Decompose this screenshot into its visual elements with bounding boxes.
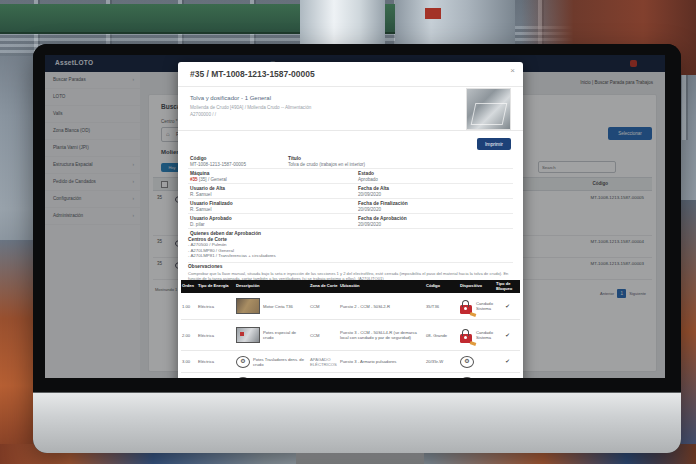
- divider: [178, 130, 523, 131]
- machine-code-path: A2700000 / /: [190, 112, 216, 117]
- close-icon[interactable]: ×: [510, 66, 515, 75]
- gear-icon: ⚙: [460, 356, 474, 368]
- check-icon: ✔: [495, 359, 520, 364]
- loto-step-row[interactable]: 4.00 Residual / General ⚙Purga General P…: [181, 373, 520, 378]
- field-row: Usuario de Alta R. Samuel Fecha de Alta …: [188, 184, 513, 199]
- check-icon: ✔: [495, 304, 520, 309]
- gear-icon: ⚙: [236, 377, 250, 378]
- loto-step-row[interactable]: 2.00 Eléctrica Potes especial de crudo C…: [181, 320, 520, 351]
- gear-icon: ⚙: [460, 377, 474, 378]
- field-grid: Código MT-1008-1213-1587-00005 Título To…: [178, 154, 523, 242]
- plant-red-container: [425, 8, 441, 19]
- gear-icon: ⚙: [236, 356, 250, 368]
- step-photo-thumbnail[interactable]: [236, 298, 260, 314]
- centro-item: - A270LMP81 / Transferencias + circulado…: [188, 253, 513, 259]
- machine-number-badge: #35: [190, 177, 198, 182]
- monitor-screen: AssetLOTO ≡ Buscar Paradas› LOTO Valls Z…: [45, 55, 665, 378]
- scene: AssetLOTO ≡ Buscar Paradas› LOTO Valls Z…: [0, 0, 696, 464]
- machine-photo[interactable]: [466, 88, 511, 130]
- modal-header: #35 / MT-1008-1213-1587-00005 ×: [178, 62, 523, 87]
- loto-detail-modal: #35 / MT-1008-1213-1587-00005 × Tolva y …: [178, 62, 523, 378]
- padlock-tag: [470, 312, 477, 317]
- red-padlock-icon: [460, 305, 472, 314]
- observaciones: Observaciones Comprobar que la llave man…: [188, 264, 517, 281]
- monitor: AssetLOTO ≡ Buscar Paradas› LOTO Valls Z…: [33, 44, 681, 453]
- monitor-chin: [33, 392, 681, 453]
- loto-steps-table: Orden Tipo de Energía Descripción Zona d…: [181, 280, 520, 378]
- imprimir-button[interactable]: Imprimir: [477, 138, 511, 150]
- modal-title: #35 / MT-1008-1213-1587-00005: [190, 69, 315, 79]
- field-row: Máquina #35 [35] / General Estado Aproba…: [188, 169, 513, 184]
- machine-name-link[interactable]: Tolva y dosificador - 1 General: [190, 95, 271, 101]
- maquina-value: #35 [35] / General: [190, 177, 227, 182]
- field-row: Usuario Finalizado R. Samuel Fecha de Fi…: [188, 199, 513, 214]
- check-icon: ✔: [495, 333, 520, 338]
- machine-path: Molienda de Crudo [490A] / Molienda Crud…: [190, 105, 311, 110]
- plant-right-scaffolding: [680, 200, 696, 464]
- centros-de-corte: Centros de Corte - A270500 / Pulmón - A2…: [188, 237, 513, 263]
- red-padlock-icon: [460, 334, 472, 343]
- loto-step-row[interactable]: 1.00 Eléctrica Motor Cinta T36 CCM Puest…: [181, 293, 520, 320]
- padlock-tag: [470, 341, 477, 346]
- loto-table-header: Orden Tipo de Energía Descripción Zona d…: [181, 280, 520, 293]
- step-photo-thumbnail[interactable]: [236, 327, 260, 343]
- monitor-bezel: AssetLOTO ≡ Buscar Paradas› LOTO Valls Z…: [33, 44, 681, 392]
- field-row: Código MT-1008-1213-1587-00005 Título To…: [188, 154, 513, 169]
- field-row: Usuario Aprobado D. pilar Fecha de Aprob…: [188, 214, 513, 229]
- loto-step-row[interactable]: 3.00 Eléctrica ⚙Potes Trasladores dens. …: [181, 351, 520, 373]
